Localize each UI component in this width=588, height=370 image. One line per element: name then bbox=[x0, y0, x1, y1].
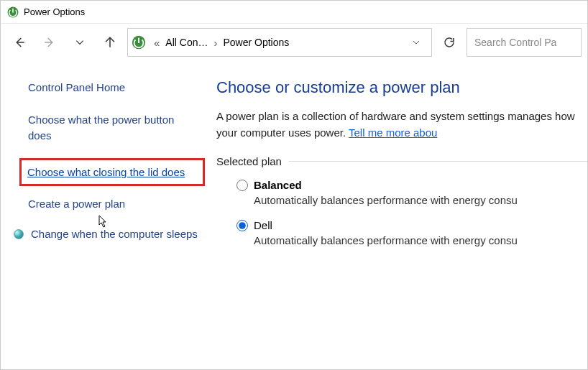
main-content: Choose or customize a power plan A power… bbox=[216, 61, 587, 370]
history-dropdown-button[interactable] bbox=[67, 28, 93, 57]
plan-name: Balanced bbox=[254, 179, 302, 191]
plan-desc: Automatically balances performance with … bbox=[254, 234, 587, 246]
page-description: A power plan is a collection of hardware… bbox=[216, 108, 587, 141]
radio-dell[interactable] bbox=[236, 220, 248, 231]
sleep-icon bbox=[14, 229, 24, 239]
forward-button[interactable] bbox=[37, 28, 63, 57]
link-create-power-plan[interactable]: Create a power plan bbox=[28, 196, 201, 212]
plan-row-balanced: Balanced Automatically balances performa… bbox=[236, 179, 587, 206]
power-options-icon bbox=[6, 6, 19, 19]
address-bar[interactable]: « All Con… › Power Options bbox=[127, 28, 432, 57]
plan-radio-dell[interactable]: Dell bbox=[236, 219, 587, 231]
selected-plan-legend: Selected plan bbox=[216, 155, 289, 167]
refresh-icon bbox=[443, 36, 456, 49]
link-power-button-does[interactable]: Choose what the power button does bbox=[28, 112, 201, 144]
sidebar: Control Panel Home Choose what the power… bbox=[1, 61, 216, 370]
page-heading: Choose or customize a power plan bbox=[216, 78, 587, 97]
titlebar: Power Options bbox=[1, 1, 587, 24]
plan-name: Dell bbox=[254, 219, 272, 231]
nav-toolbar: « All Con… › Power Options Search Contro… bbox=[1, 24, 587, 61]
refresh-button[interactable] bbox=[436, 28, 462, 57]
search-placeholder: Search Control Pa bbox=[474, 37, 556, 48]
up-button[interactable] bbox=[97, 28, 123, 57]
svg-rect-3 bbox=[138, 38, 139, 43]
link-closing-lid-does[interactable]: Choose what closing the lid does bbox=[27, 165, 197, 180]
back-button[interactable] bbox=[6, 28, 32, 57]
plan-row-dell: Dell Automatically balances performance … bbox=[236, 219, 587, 246]
breadcrumb-seg-allcontrol[interactable]: All Con… bbox=[165, 37, 208, 48]
window-title: Power Options bbox=[24, 6, 85, 17]
arrow-left-icon bbox=[13, 36, 26, 49]
power-options-icon bbox=[131, 34, 147, 50]
breadcrumb-overflow-icon[interactable]: « bbox=[154, 37, 160, 49]
sidebar-title[interactable]: Control Panel Home bbox=[28, 81, 201, 93]
link-change-sleep[interactable]: Change when the computer sleeps bbox=[31, 226, 198, 242]
arrow-up-icon bbox=[104, 36, 116, 49]
plan-radio-balanced[interactable]: Balanced bbox=[236, 179, 587, 191]
radio-balanced[interactable] bbox=[236, 180, 248, 191]
chevron-right-icon: › bbox=[213, 37, 217, 49]
arrow-right-icon bbox=[43, 36, 56, 49]
chevron-down-icon bbox=[75, 37, 85, 47]
address-dropdown-button[interactable] bbox=[404, 28, 428, 57]
search-input[interactable]: Search Control Pa bbox=[467, 28, 582, 57]
svg-rect-1 bbox=[12, 8, 14, 12]
highlight-annotation: Choose what closing the lid does bbox=[19, 158, 205, 187]
selected-plan-group: Selected plan Balanced Automatically bal… bbox=[216, 155, 587, 259]
tell-me-more-link[interactable]: Tell me more abou bbox=[349, 126, 437, 139]
breadcrumb-seg-poweroptions[interactable]: Power Options bbox=[223, 37, 289, 48]
plan-desc: Automatically balances performance with … bbox=[254, 194, 587, 206]
chevron-down-icon bbox=[412, 38, 421, 47]
